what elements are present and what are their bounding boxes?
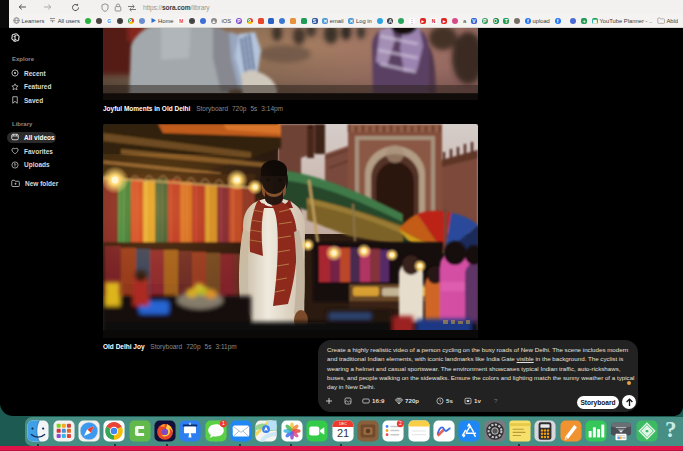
svg-text:21: 21 xyxy=(336,427,348,439)
svg-text:1: 1 xyxy=(222,420,225,426)
svg-text:DEC: DEC xyxy=(339,422,347,426)
svg-text:2: 2 xyxy=(399,420,402,426)
